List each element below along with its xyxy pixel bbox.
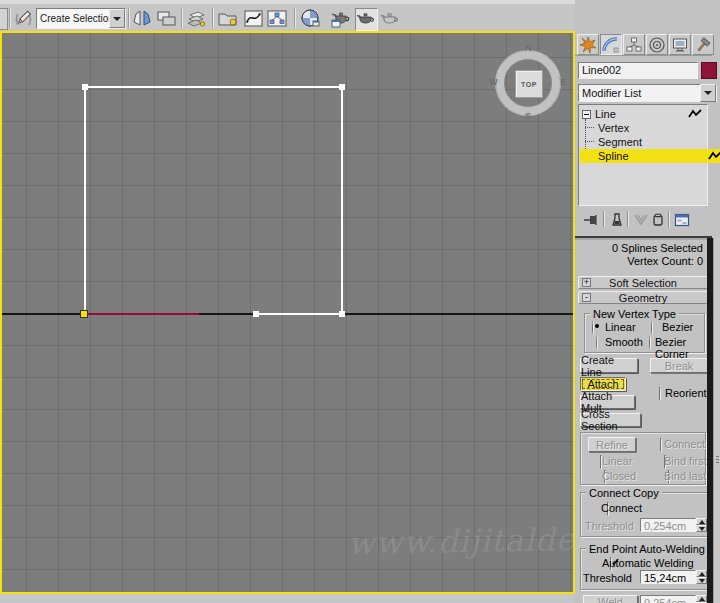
toolbar-separator [294, 8, 295, 28]
radio-bezier[interactable] [651, 321, 653, 335]
toolbar-separator [9, 8, 10, 28]
connect-threshold-field[interactable]: 0,254cm [640, 518, 696, 532]
top-viewport[interactable]: N S W E TOP www.dijitalde [0, 31, 575, 594]
weld-threshold-field[interactable]: 15,24cm [640, 570, 696, 584]
subobject-wave-icon [688, 109, 702, 119]
weld-button[interactable]: Weld [583, 595, 638, 603]
stack-item-segment[interactable]: Segment [580, 135, 720, 149]
rollout-soft-selection[interactable]: + Soft Selection [578, 276, 708, 289]
object-color-swatch[interactable] [701, 62, 717, 79]
rollout-geometry[interactable]: - Geometry [578, 291, 708, 304]
refine-button[interactable]: Refine [588, 437, 636, 452]
modifier-stack: Line Vertex Segment Spline [578, 104, 708, 206]
spinner-up[interactable] [696, 570, 707, 577]
curve-editor-icon[interactable] [243, 8, 264, 29]
modify-icon [602, 36, 620, 54]
spline-segment-top[interactable] [85, 86, 344, 88]
viewcube-top-face[interactable]: TOP [515, 70, 543, 98]
combo-dropdown-arrow[interactable] [109, 9, 125, 28]
rollout-expand-icon[interactable]: + [582, 278, 591, 287]
spinner-up[interactable] [696, 595, 707, 602]
tab-utilities[interactable] [692, 34, 714, 55]
panel-separator [575, 236, 712, 238]
edit-named-selection-sets-icon[interactable]: { } [13, 8, 34, 29]
viewcube-east[interactable]: E [560, 77, 566, 87]
spline-segment-red[interactable] [86, 313, 199, 315]
utilities-icon [694, 36, 712, 54]
attach-button[interactable]: Attach [580, 377, 626, 391]
object-name-field[interactable]: Line002 [578, 62, 698, 79]
stack-item-spline-selected[interactable]: Spline [580, 149, 720, 163]
stack-tools-separator [603, 211, 604, 227]
attach-mult-button[interactable]: Attach Mult. [580, 395, 635, 409]
tab-create[interactable] [577, 34, 599, 55]
render-setup-icon[interactable] [330, 8, 353, 29]
radio-smooth[interactable] [596, 336, 598, 350]
reorient-checkbox[interactable] [659, 387, 661, 401]
radio-smooth-label[interactable]: Smooth [605, 336, 643, 348]
tab-motion[interactable] [646, 34, 668, 55]
viewcube[interactable]: N S W E TOP [488, 43, 568, 123]
tab-modify[interactable] [600, 34, 622, 55]
radio-linear-label[interactable]: Linear [605, 321, 636, 333]
rollout-collapse-icon[interactable]: - [582, 293, 591, 302]
light-lister-icon[interactable] [217, 8, 240, 29]
vertex-top-left[interactable] [82, 84, 88, 90]
tab-display[interactable] [669, 34, 691, 55]
show-end-result-icon[interactable] [608, 211, 626, 229]
subobject-wave-icon [708, 151, 720, 161]
automatic-welding-label[interactable]: Automatic Welding [602, 557, 694, 569]
viewcube-west[interactable]: W [489, 77, 498, 87]
mirror-icon[interactable] [132, 8, 153, 29]
stack-item-line[interactable]: Line [580, 107, 706, 121]
modifier-list-dropdown[interactable]: Modifier List [578, 84, 717, 102]
spinner-up[interactable] [696, 518, 707, 525]
spline-segment-right[interactable] [341, 86, 343, 315]
stack-item-label: Vertex [598, 122, 629, 134]
layer-manager-icon[interactable] [186, 8, 207, 29]
weld-threshold-spinner[interactable] [696, 570, 707, 584]
radio-bezier-label[interactable]: Bezier [662, 321, 693, 333]
status-splines-selected: 0 Splines Selected [575, 242, 703, 254]
vertex-top-right[interactable] [339, 84, 345, 90]
weld-spinner[interactable] [696, 595, 707, 603]
schematic-view-icon[interactable] [266, 8, 289, 29]
vertex-bottom-mid[interactable] [253, 311, 259, 317]
align-icon[interactable] [156, 8, 177, 29]
vertex-first-yellow[interactable] [80, 310, 88, 318]
radio-linear[interactable] [592, 321, 594, 335]
spline-segment-bottom[interactable] [256, 313, 343, 315]
connect-checkbox-disabled[interactable] [660, 438, 662, 452]
render-iterative-icon[interactable] [379, 8, 400, 29]
tab-hierarchy[interactable] [623, 34, 645, 55]
spinner-down[interactable] [696, 525, 707, 532]
collapse-icon[interactable] [582, 110, 591, 119]
material-editor-icon[interactable] [299, 8, 323, 29]
connect-copy-label[interactable]: Connect [601, 502, 642, 514]
configure-modifier-sets-icon[interactable] [673, 211, 691, 229]
render-production-icon[interactable] [355, 8, 378, 31]
reorient-label[interactable]: Reorient [665, 387, 707, 399]
break-button[interactable]: Break [650, 358, 708, 373]
group-title: End Point Auto-Welding [586, 543, 708, 555]
viewcube-north[interactable]: N [525, 43, 532, 53]
viewcube-south[interactable]: S [525, 111, 531, 121]
named-selection-set-combo[interactable]: Create Selection Se [36, 8, 126, 29]
spline-segment-left[interactable] [84, 86, 86, 315]
modifier-list-arrow[interactable] [700, 84, 716, 102]
vertex-bottom-right[interactable] [339, 311, 345, 317]
make-unique-icon[interactable] [632, 211, 650, 229]
named-selection-set-value: Create Selection Se [37, 13, 109, 24]
pin-stack-icon[interactable] [581, 211, 599, 229]
weld-value-field[interactable]: 0,254cm [640, 595, 696, 603]
radio-bezier-corner[interactable] [649, 336, 651, 350]
toolbar-separator [128, 8, 129, 28]
remove-modifier-icon[interactable] [649, 211, 667, 229]
cross-section-button[interactable]: Cross Section [580, 413, 641, 427]
connect-threshold-spinner[interactable] [696, 518, 707, 532]
clipped-toolbar-icon[interactable] [0, 8, 8, 30]
panel-scrollbar[interactable] [713, 238, 720, 603]
spinner-down[interactable] [696, 577, 707, 584]
create-line-button[interactable]: Create Line [580, 358, 638, 373]
stack-item-vertex[interactable]: Vertex [580, 121, 720, 135]
